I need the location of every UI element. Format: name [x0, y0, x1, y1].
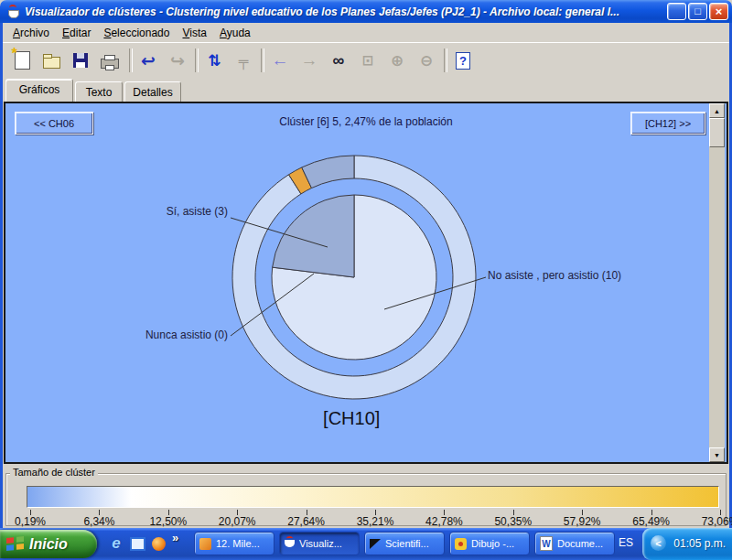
scrollbar-thumb[interactable]	[709, 118, 725, 147]
tab-bar: Gráficos Texto Detalles	[3, 79, 729, 102]
open-icon[interactable]	[38, 47, 65, 74]
scale-label: 50,35%	[494, 515, 532, 528]
start-label: Inicio	[29, 536, 68, 553]
vertical-scrollbar[interactable]: ▲ ▼	[709, 103, 725, 462]
maximize-button[interactable]: □	[688, 3, 707, 20]
scale-label: 73,06%	[702, 515, 732, 528]
redo-icon[interactable]: ↪	[164, 47, 191, 74]
scale-label: 12,50%	[149, 515, 187, 528]
document-orange-icon	[199, 538, 211, 550]
find-binoculars-icon[interactable]: ∞	[325, 47, 352, 74]
app-icon	[5, 4, 21, 19]
menu-editar[interactable]: Editar	[56, 25, 97, 41]
save-icon[interactable]	[67, 47, 94, 74]
cluster-size-scale: 0,19%6,34%12,50%20,07%27,64%35,21%42,78%…	[30, 510, 720, 528]
shrink-window-icon[interactable]: ⊡	[354, 47, 382, 74]
toolbar-separator	[195, 48, 199, 72]
scroll-down-icon[interactable]: ▼	[709, 447, 725, 462]
scale-label: 27,64%	[287, 515, 325, 528]
toolbar-separator	[129, 48, 133, 72]
taskbar-button-documento[interactable]: W Docume...	[534, 532, 615, 555]
window-body: Archivo Editar Seleccionado Vista Ayuda …	[0, 23, 732, 528]
explorer-window-icon[interactable]	[129, 535, 145, 552]
internet-explorer-icon[interactable]: e	[108, 535, 124, 552]
help-icon[interactable]: ?	[449, 47, 477, 74]
toolbar-separator	[261, 48, 264, 72]
toolbar-separator	[444, 48, 447, 72]
tab-texto[interactable]: Texto	[75, 81, 123, 102]
zoom-out-icon[interactable]: ⊖	[413, 47, 440, 74]
menu-seleccionado[interactable]: Seleccionado	[97, 25, 176, 41]
window-title: Visualizador de clústeres - Clustering n…	[25, 5, 667, 18]
scale-label: 20,07%	[219, 515, 256, 528]
scroll-up-icon[interactable]: ▲	[709, 103, 725, 118]
scientific-workplace-icon	[370, 539, 381, 549]
cluster-header: Clúster [6] 5, 2,47% de la población	[5, 115, 727, 128]
windows-flag-icon	[6, 536, 24, 552]
hide-tray-icons-icon[interactable]: <	[651, 535, 666, 551]
quick-launch-overflow-chevron[interactable]: »	[172, 531, 178, 544]
callout-nunca-asistio: Nunca asistio (0)	[127, 328, 228, 341]
cluster-size-gradient-bar	[27, 486, 719, 508]
scale-label: 57,92%	[564, 515, 601, 528]
print-icon[interactable]	[96, 47, 124, 74]
forward-icon[interactable]: →	[296, 47, 323, 74]
merge-icon[interactable]: ╤	[230, 47, 257, 74]
menu-bar: Archivo Editar Seleccionado Vista Ayuda	[3, 23, 729, 42]
scale-label: 42,78%	[425, 515, 463, 528]
taskbar-button-visualizador[interactable]: Visualiz...	[279, 532, 360, 555]
title-bar: Visualizador de clústeres - Clustering n…	[0, 0, 732, 23]
chart-panel: << CH06 Clúster [6] 5, 2,47% de la pobla…	[4, 102, 728, 464]
next-cluster-button[interactable]: [CH12] >>	[630, 112, 705, 135]
zoom-in-icon[interactable]: ⊕	[383, 47, 411, 74]
cluster-size-section: Tamaño de clúster 0,19%6,34%12,50%20,07%…	[3, 464, 729, 528]
language-indicator[interactable]: ES	[619, 536, 633, 549]
scale-label: 0,19%	[15, 515, 46, 528]
java-cup-icon	[285, 540, 295, 547]
draw-icon	[455, 538, 467, 550]
cluster-size-label: Tamaño de clúster	[10, 467, 98, 478]
screen: Visualizador de clústeres - Clustering n…	[0, 0, 732, 560]
ring-segment-population-dark	[302, 156, 354, 188]
scale-label: 35,21%	[357, 515, 394, 528]
chart-caption: [CH10]	[5, 408, 697, 429]
toolbar: ↩ ↪ ⇅ ╤ ← → ∞ ⊡ ⊕ ⊖ ?	[3, 42, 729, 79]
taskbar-button-mile[interactable]: 12. Mile...	[194, 532, 274, 555]
taskbar-button-dibujo[interactable]: Dibujo -...	[449, 532, 530, 555]
undo-icon[interactable]: ↩	[135, 47, 162, 74]
scale-label: 6,34%	[83, 515, 114, 528]
firefox-icon[interactable]	[150, 535, 167, 552]
taskbar-button-scientific[interactable]: Scientifi...	[364, 532, 445, 555]
system-tray: < 01:05 p.m.	[642, 528, 732, 560]
callout-no-asiste: No asiste , pero asistio (10)	[488, 269, 621, 282]
taskbar-clock: 01:05 p.m.	[673, 537, 726, 550]
start-button[interactable]: Inicio	[0, 530, 97, 558]
minimize-button[interactable]: _	[667, 3, 686, 20]
word-document-icon: W	[540, 536, 553, 551]
tab-graficos[interactable]: Gráficos	[5, 79, 73, 102]
menu-vista[interactable]: Vista	[176, 25, 212, 41]
close-button[interactable]: ×	[709, 3, 728, 20]
menu-ayuda[interactable]: Ayuda	[213, 25, 257, 41]
sort-icon[interactable]: ⇅	[200, 47, 228, 74]
scale-label: 65,49%	[632, 515, 670, 528]
callout-si-asiste: Sí, asiste (3)	[150, 205, 228, 218]
taskbar: Inicio e » 12. Mile... Visualiz... Scien…	[0, 528, 732, 560]
back-icon[interactable]: ←	[266, 47, 294, 74]
tab-detalles[interactable]: Detalles	[124, 81, 181, 102]
new-icon[interactable]	[8, 47, 36, 74]
menu-archivo[interactable]: Archivo	[6, 25, 56, 41]
